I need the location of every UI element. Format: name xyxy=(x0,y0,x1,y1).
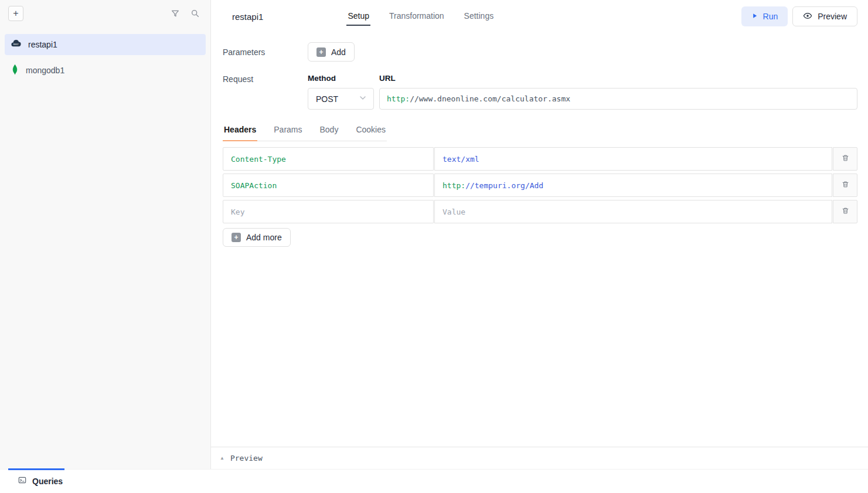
query-list: REST restapi1 mongodb1 xyxy=(0,34,210,81)
method-select-value: POST xyxy=(316,94,338,104)
parameters-label: Parameters xyxy=(223,47,308,57)
run-button-label: Run xyxy=(763,12,778,21)
svg-text:REST: REST xyxy=(13,43,19,46)
request-subtabs-wrap: Headers Params Body Cookies xyxy=(223,110,857,141)
url-rest: //www.dneonline.com/calculator.asmx xyxy=(410,94,570,103)
url-field: URL http://www.dneonline.com/calculator.… xyxy=(379,74,857,110)
page-title: restapi1 xyxy=(232,12,263,22)
subtab-params[interactable]: Params xyxy=(273,125,303,141)
active-tab-indicator xyxy=(8,468,64,470)
plus-square-icon: + xyxy=(316,47,326,57)
rest-cloud-icon: REST xyxy=(11,38,22,51)
add-parameter-label: Add xyxy=(331,47,346,57)
preview-button-label: Preview xyxy=(818,12,847,21)
response-preview-toggle[interactable]: ▲ Preview xyxy=(211,447,868,469)
subtab-headers[interactable]: Headers xyxy=(223,125,257,141)
search-icon[interactable] xyxy=(189,8,201,19)
header-actions: Run Preview xyxy=(741,6,857,26)
add-more-label: Add more xyxy=(246,233,282,242)
list-item-label: mongodb1 xyxy=(26,66,64,75)
list-item-mongodb1[interactable]: mongodb1 xyxy=(5,60,206,81)
header-value-input-3[interactable] xyxy=(442,208,824,216)
editor-header: restapi1 Setup Transformation Settings R… xyxy=(211,0,868,33)
eye-icon xyxy=(803,11,812,22)
method-select[interactable]: POST xyxy=(308,88,374,110)
query-editor: restapi1 Setup Transformation Settings R… xyxy=(211,0,868,469)
main-row: + REST restapi1 xyxy=(0,0,868,469)
new-query-button[interactable]: + xyxy=(8,6,23,21)
plus-square-icon: + xyxy=(232,233,241,242)
header-value-cell-3 xyxy=(434,200,832,223)
request-row: Request Method POST URL http://www.dneon… xyxy=(223,74,857,110)
app-root: + REST restapi1 xyxy=(0,0,868,493)
header-key-input-2[interactable]: SOAPAction xyxy=(223,174,434,197)
header-key-input-1[interactable]: Content-Type xyxy=(223,147,434,171)
tab-transformation[interactable]: Transformation xyxy=(388,8,445,26)
table-row: Content-Type text/xml xyxy=(223,147,857,171)
triangle-up-icon: ▲ xyxy=(220,455,224,461)
header-value-input-1[interactable]: text/xml xyxy=(434,147,832,171)
addmore-row: + Add more xyxy=(223,228,857,247)
run-button[interactable]: Run xyxy=(741,6,788,26)
table-row xyxy=(223,200,857,223)
sidebar-toolbar: + xyxy=(0,0,210,27)
setup-panel: Parameters + Add Request Method POST xyxy=(211,33,868,447)
sidebar: + REST restapi1 xyxy=(0,0,211,469)
subtab-body[interactable]: Body xyxy=(319,125,340,141)
request-subtabs: Headers Params Body Cookies xyxy=(223,125,387,141)
value-scheme: http: xyxy=(442,181,465,190)
table-row: SOAPAction http://tempuri.org/Add xyxy=(223,174,857,197)
url-label: URL xyxy=(379,74,857,83)
code-window-icon xyxy=(18,475,27,487)
tab-queries[interactable]: Queries xyxy=(18,475,63,487)
add-parameter-button[interactable]: + Add xyxy=(308,42,355,62)
method-field: Method POST xyxy=(308,74,374,110)
request-label: Request xyxy=(223,74,308,84)
editor-tabs: Setup Transformation Settings xyxy=(346,8,495,26)
preview-button[interactable]: Preview xyxy=(792,6,857,26)
chevron-down-icon xyxy=(358,93,367,104)
queries-tab-label: Queries xyxy=(32,477,63,486)
delete-row-button-3[interactable] xyxy=(833,200,857,223)
trash-icon xyxy=(841,154,850,165)
url-input[interactable]: http://www.dneonline.com/calculator.asmx xyxy=(379,88,857,110)
header-key-cell-3 xyxy=(223,200,434,223)
bottom-bar: Queries xyxy=(0,469,868,493)
play-icon xyxy=(751,12,758,21)
parameters-row: Parameters + Add xyxy=(223,42,857,62)
trash-icon xyxy=(841,180,850,191)
url-scheme: http: xyxy=(387,94,410,103)
response-preview-label: Preview xyxy=(230,454,263,463)
filter-icon[interactable] xyxy=(169,8,181,19)
mongodb-leaf-icon xyxy=(11,64,19,77)
trash-icon xyxy=(841,206,850,217)
add-more-button[interactable]: + Add more xyxy=(223,228,291,247)
value-rest: //tempuri.org/Add xyxy=(465,181,543,190)
header-key-input-3[interactable] xyxy=(231,208,426,216)
header-value-input-2[interactable]: http://tempuri.org/Add xyxy=(434,174,832,197)
subtab-cookies[interactable]: Cookies xyxy=(355,125,387,141)
delete-row-button-2[interactable] xyxy=(833,174,857,197)
headers-table: Content-Type text/xml SOAPAction http://… xyxy=(223,147,857,247)
tab-setup[interactable]: Setup xyxy=(346,8,370,26)
list-item-restapi1[interactable]: REST restapi1 xyxy=(5,34,206,55)
list-item-label: restapi1 xyxy=(28,40,57,49)
tab-settings[interactable]: Settings xyxy=(463,8,495,26)
method-label: Method xyxy=(308,74,374,83)
delete-row-button-1[interactable] xyxy=(833,147,857,171)
